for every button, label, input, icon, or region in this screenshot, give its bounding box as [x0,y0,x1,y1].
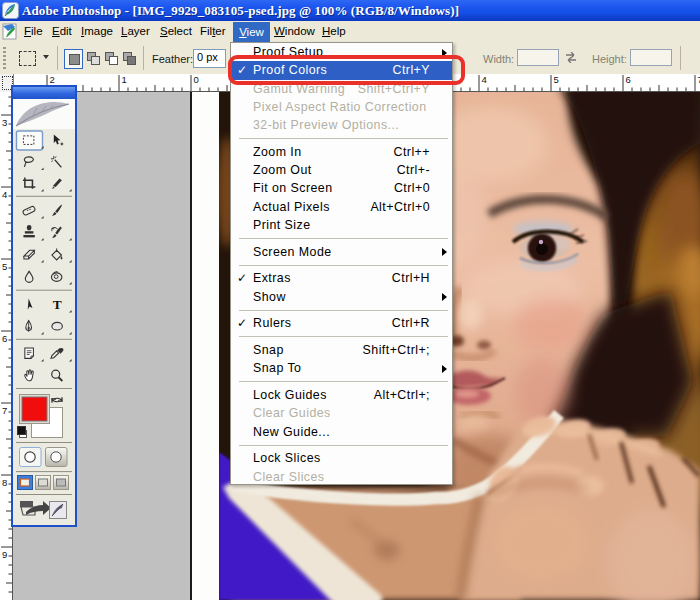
svg-text:4: 4 [482,74,487,85]
svg-text:4: 4 [2,189,7,200]
svg-text:5: 5 [554,74,559,85]
svg-text:3: 3 [2,117,7,128]
svg-text:9: 9 [2,549,7,560]
svg-text:6: 6 [2,333,7,344]
svg-text:7: 7 [2,405,7,416]
svg-text:2: 2 [50,74,55,85]
svg-text:T: T [53,297,62,312]
svg-text:1: 1 [122,74,127,85]
svg-text:0: 0 [194,74,199,85]
svg-text:8: 8 [2,477,7,488]
svg-text:5: 5 [2,261,7,272]
svg-text:6: 6 [626,74,631,85]
